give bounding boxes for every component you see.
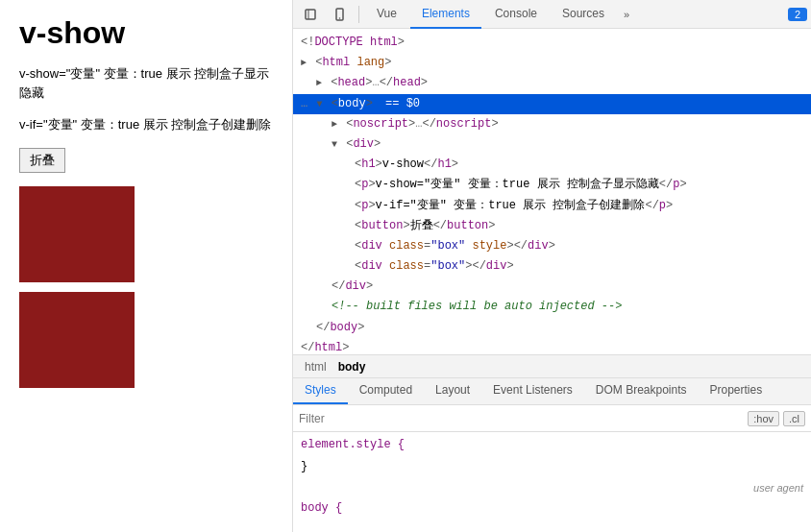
- tree-line-html-close: </html>: [293, 338, 811, 355]
- tree-line-div-open[interactable]: <div>: [293, 134, 811, 155]
- page-title: v-show: [19, 15, 273, 51]
- css-rule-element-style: element.style {: [293, 432, 811, 458]
- html-triangle[interactable]: [301, 58, 307, 68]
- cl-filter-btn[interactable]: .cl: [783, 411, 805, 426]
- tree-line-head[interactable]: <head>…</head>: [293, 73, 811, 93]
- red-box-2: [19, 292, 135, 388]
- body-triangle[interactable]: [316, 99, 322, 109]
- tree-line-p2[interactable]: <p>v-if="变量" 变量：true 展示 控制盒子创建删除</p>: [293, 196, 811, 216]
- filter-row: :hov .cl: [293, 405, 811, 432]
- mobile-tool-icon[interactable]: [326, 1, 353, 28]
- breadcrumb-bar: html body: [293, 355, 811, 378]
- style-tab-event-listeners[interactable]: Event Listeners: [481, 378, 584, 404]
- user-agent-label: user agent: [293, 480, 811, 496]
- filter-buttons: :hov .cl: [748, 411, 805, 426]
- left-panel: v-show v-show="变量" 变量：true 展示 控制盒子显示隐藏 v…: [0, 0, 293, 532]
- devtools-panel: Vue Elements Console Sources » 2 <!DOCTY…: [293, 0, 811, 532]
- style-tab-styles[interactable]: Styles: [293, 378, 348, 404]
- tab-elements[interactable]: Elements: [410, 0, 481, 29]
- tree-line-body[interactable]: … <body> == $0: [293, 94, 811, 114]
- toolbar-divider: [358, 6, 359, 23]
- v-if-description: v-if="变量" 变量：true 展示 控制盒子创建删除: [19, 115, 273, 134]
- noscript-triangle[interactable]: [332, 119, 337, 130]
- css-rule-close: }: [293, 458, 811, 480]
- css-rule-body: body {: [293, 496, 811, 521]
- more-tabs-button[interactable]: »: [618, 9, 635, 20]
- tab-console[interactable]: Console: [483, 0, 549, 29]
- svg-point-3: [339, 17, 341, 19]
- v-show-description: v-show="变量" 变量：true 展示 控制盒子显示隐藏: [19, 64, 273, 102]
- devtools-toolbar: Vue Elements Console Sources » 2: [293, 0, 811, 29]
- tree-line-noscript[interactable]: <noscript>…</noscript>: [293, 114, 811, 134]
- hov-filter-btn[interactable]: :hov: [748, 411, 779, 426]
- notification-badge: 2: [788, 8, 807, 21]
- style-tab-computed[interactable]: Computed: [348, 378, 424, 404]
- tab-vue[interactable]: Vue: [365, 0, 408, 29]
- breadcrumb-html[interactable]: html: [301, 358, 331, 375]
- svg-rect-0: [306, 10, 315, 19]
- tree-line-div-box1[interactable]: <div class="box" style></div>: [293, 236, 811, 256]
- tree-line-h1[interactable]: <h1>v-show</h1>: [293, 155, 811, 175]
- breadcrumb-body[interactable]: body: [334, 358, 370, 375]
- tree-line-div-box2[interactable]: <div class="box"></div>: [293, 256, 811, 277]
- filter-input[interactable]: [299, 412, 742, 425]
- cursor-tool-icon[interactable]: [297, 1, 324, 28]
- tree-line-body-close: </body>: [293, 318, 811, 338]
- tree-line-div-close: </div>: [293, 277, 811, 297]
- tree-line-html[interactable]: <html lang>: [293, 53, 811, 73]
- tree-line-button[interactable]: <button>折叠</button>: [293, 216, 811, 236]
- style-tab-dom-breakpoints[interactable]: DOM Breakpoints: [584, 378, 699, 404]
- fold-button[interactable]: 折叠: [19, 148, 65, 173]
- tree-line-p1[interactable]: <p>v-show="变量" 变量：true 展示 控制盒子显示隐藏</p>: [293, 175, 811, 195]
- tab-sources[interactable]: Sources: [551, 0, 616, 29]
- html-tree[interactable]: <!DOCTYPE html> <html lang> <head>…</hea…: [293, 29, 811, 355]
- red-box-1: [19, 186, 135, 282]
- tree-line-comment: <!-- built files will be auto injected -…: [293, 297, 811, 317]
- style-tab-properties[interactable]: Properties: [699, 378, 774, 404]
- tree-line-doctype: <!DOCTYPE html>: [293, 33, 811, 53]
- style-tab-layout[interactable]: Layout: [424, 378, 481, 404]
- div-triangle[interactable]: [332, 139, 337, 150]
- styles-tabs: Styles Computed Layout Event Listeners D…: [293, 378, 811, 405]
- head-triangle[interactable]: [316, 78, 322, 88]
- styles-panel: Styles Computed Layout Event Listeners D…: [293, 378, 811, 532]
